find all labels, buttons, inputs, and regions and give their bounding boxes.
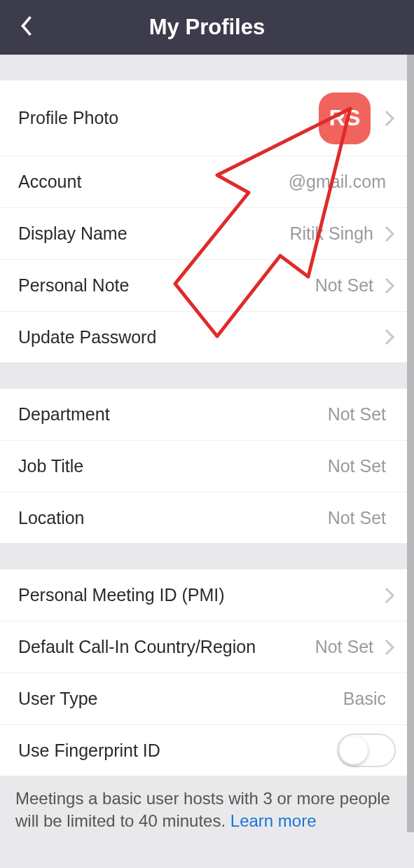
user-type-value: Basic bbox=[343, 689, 386, 709]
callin-label: Default Call-In Country/Region bbox=[18, 637, 315, 657]
row-account[interactable]: Account @gmail.com bbox=[0, 156, 414, 207]
account-label: Account bbox=[18, 172, 289, 192]
row-job-title[interactable]: Job Title Not Set bbox=[0, 440, 414, 492]
personal-note-value: Not Set bbox=[315, 275, 373, 296]
chevron-right-icon bbox=[383, 224, 396, 244]
header-bar: My Profiles bbox=[0, 0, 414, 55]
toggle-knob bbox=[340, 736, 368, 764]
row-default-callin[interactable]: Default Call-In Country/Region Not Set bbox=[0, 621, 414, 673]
row-fingerprint: Use Fingerprint ID bbox=[0, 724, 414, 776]
chevron-right-icon bbox=[383, 276, 396, 296]
location-value: Not Set bbox=[328, 508, 386, 528]
personal-note-label: Personal Note bbox=[18, 275, 315, 296]
display-name-value: Ritik Singh bbox=[290, 223, 374, 244]
row-update-password[interactable]: Update Password bbox=[0, 311, 414, 363]
section-work: Department Not Set Job Title Not Set Loc… bbox=[0, 388, 414, 544]
row-pmi[interactable]: Personal Meeting ID (PMI) bbox=[0, 569, 414, 621]
avatar-initials: RS bbox=[329, 105, 360, 131]
chevron-right-icon bbox=[383, 109, 396, 128]
account-value: @gmail.com bbox=[289, 172, 386, 192]
update-password-label: Update Password bbox=[18, 327, 383, 347]
learn-more-link[interactable]: Learn more bbox=[230, 811, 317, 830]
footer-text: Meetings a basic user hosts with 3 or mo… bbox=[15, 789, 390, 830]
chevron-right-icon bbox=[383, 327, 396, 347]
chevron-right-icon bbox=[383, 586, 396, 605]
avatar: RS bbox=[319, 92, 371, 144]
row-department[interactable]: Department Not Set bbox=[0, 388, 414, 440]
profile-photo-label: Profile Photo bbox=[18, 108, 319, 128]
job-title-value: Not Set bbox=[328, 456, 386, 476]
section-meeting: Personal Meeting ID (PMI) Default Call-I… bbox=[0, 569, 414, 776]
pmi-label: Personal Meeting ID (PMI) bbox=[18, 585, 383, 605]
back-button[interactable] bbox=[6, 0, 48, 55]
chevron-right-icon bbox=[383, 638, 396, 657]
user-type-label: User Type bbox=[18, 689, 343, 709]
row-user-type: User Type Basic bbox=[0, 673, 414, 724]
job-title-label: Job Title bbox=[18, 456, 328, 476]
scrollbar[interactable] bbox=[407, 55, 414, 832]
fingerprint-toggle[interactable] bbox=[337, 733, 396, 767]
row-personal-note[interactable]: Personal Note Not Set bbox=[0, 259, 414, 311]
location-label: Location bbox=[18, 508, 328, 528]
fingerprint-label: Use Fingerprint ID bbox=[18, 740, 337, 761]
display-name-label: Display Name bbox=[18, 223, 290, 244]
department-value: Not Set bbox=[328, 404, 386, 425]
row-display-name[interactable]: Display Name Ritik Singh bbox=[0, 207, 414, 259]
callin-value: Not Set bbox=[315, 637, 373, 657]
page-title: My Profiles bbox=[0, 15, 414, 40]
row-profile-photo[interactable]: Profile Photo RS bbox=[0, 80, 414, 156]
footer-note: Meetings a basic user hosts with 3 or mo… bbox=[0, 776, 414, 853]
department-label: Department bbox=[18, 404, 328, 425]
chevron-left-icon bbox=[19, 14, 34, 41]
section-profile: Profile Photo RS Account @gmail.com Disp… bbox=[0, 80, 414, 363]
row-location[interactable]: Location Not Set bbox=[0, 492, 414, 544]
